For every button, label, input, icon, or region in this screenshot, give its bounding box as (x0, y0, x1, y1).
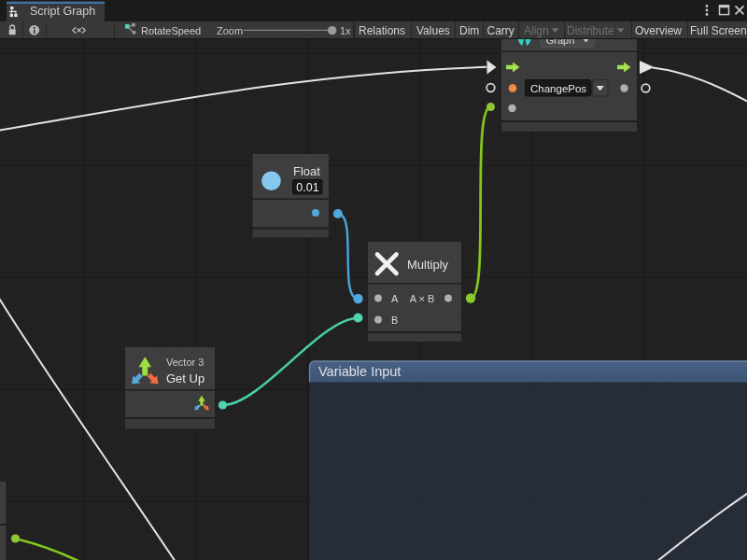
svg-text:A: A (391, 293, 399, 304)
svg-text:0.01: 0.01 (296, 181, 318, 194)
svg-text:ChangePos: ChangePos (530, 83, 586, 94)
svg-text:Variable Input: Variable Input (318, 364, 401, 379)
svg-text:B: B (391, 315, 398, 326)
svg-text:Multiply: Multiply (407, 258, 449, 272)
svg-text:Get Up: Get Up (166, 371, 204, 385)
svg-text:A × B: A × B (410, 293, 435, 304)
svg-text:Graph: Graph (546, 39, 575, 46)
svg-text:Float: Float (293, 164, 320, 178)
svg-text:Vector 3: Vector 3 (166, 357, 204, 368)
